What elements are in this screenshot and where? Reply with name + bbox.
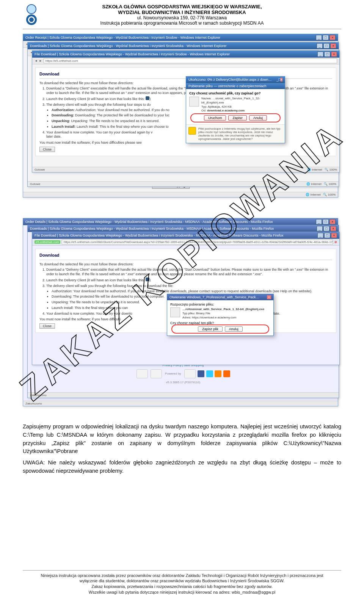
twitter-icon[interactable] <box>206 370 213 377</box>
sggw-logo-icon <box>23 4 40 27</box>
window-controls[interactable]: _□× <box>317 43 336 49</box>
dialog-progress-title: Ukończono: 0% z DeliveryClient|Builder.a… <box>186 77 285 83</box>
step-2: Launch the Delivery Client (it will have… <box>46 278 145 282</box>
title-bar: Downloads | Szkola Glowna Gospodarstwa W… <box>28 225 339 232</box>
step-4: Your download is now complete. You can t… <box>46 312 132 315</box>
header-line3: ul. Nowoursynowska 159, 02-776 Warszawa <box>23 15 341 20</box>
window-title: Downloads | Szkola Glowna Gospodarstwa W… <box>30 227 274 230</box>
title-bar: File Download | Szkola Glowna Gospodarst… <box>32 51 339 58</box>
step-3: The delivery client will walk you throug… <box>46 103 151 107</box>
svg-point-3 <box>29 17 34 22</box>
intro-text: To download the selected file you must f… <box>39 262 332 266</box>
step-2: Launch the Delivery Client (it will have… <box>46 97 145 101</box>
save-button[interactable]: Zapisz <box>228 115 247 121</box>
dialog-warning: Pliki pochodzące z Internetu mogą być uż… <box>186 124 285 143</box>
dialog-label: Rozpoczęto pobieranie pliku: <box>170 303 270 306</box>
status-bar: Gotowe 🌐 Internet 🔍 100% <box>28 181 339 187</box>
window-controls[interactable]: _□× <box>317 226 336 231</box>
title-bar: Downloads | Szkola Glowna Gospodarstwa W… <box>28 42 339 49</box>
status-bar: Gotowe 🌐 Internet 🔍 100% <box>32 167 339 172</box>
window-controls[interactable]: _□× <box>317 52 337 57</box>
e-academy-badge-icon <box>184 369 196 378</box>
ff-save-dialog: Otwieranie Windows_7_Professional_with_S… <box>167 294 274 336</box>
url-field[interactable]: https://e5.onthehub.com <box>44 58 337 63</box>
close-icon: × <box>281 78 282 82</box>
close-button[interactable]: Close <box>39 147 55 152</box>
doc-footer: Niniejsza instrukcja opracowana została … <box>23 570 341 595</box>
header-line2: WYDZIAŁ BUDOWNICTWA I INŻYNIERII ŚRODOWI… <box>23 9 341 15</box>
dialog-title: Otwieranie Windows_7_Professional_with_S… <box>167 294 273 300</box>
stop-icon[interactable]: ⊘ <box>334 240 337 244</box>
address-bar[interactable]: ◄► https://e5.onthehub.com <box>32 58 339 64</box>
window-controls[interactable]: _□× <box>317 233 337 238</box>
footer-line1: Niniejsza instrukcja opracowana została … <box>23 573 341 578</box>
window-title: File Download | Szkola Glowna Gospodarst… <box>35 52 230 56</box>
status-bar: Zakończono <box>23 401 338 406</box>
body-paragraphs: Zapisujemy program w odpowiedniej lokali… <box>23 423 341 475</box>
window-controls[interactable]: _□× <box>316 219 336 224</box>
maximize-icon: □ <box>323 35 329 40</box>
download-heading: Download <box>39 72 332 76</box>
file-icon <box>189 97 199 107</box>
svg-point-0 <box>27 5 36 14</box>
dialog-question: Czy chcesz uruchomić plik, czy zapisać g… <box>189 91 282 95</box>
footer-logos: Powered by <box>28 369 339 378</box>
paragraph-1: Zapisujemy program w odpowiedniej lokali… <box>23 423 341 456</box>
facebook-icon[interactable] <box>198 370 204 377</box>
doc-header: SZKOŁA GŁÓWNA GOSPODARSTWA WIEJSKIEGO W … <box>23 4 341 29</box>
download-heading: Download <box>39 253 332 257</box>
site-identity-icon[interactable]: e5.onthehub.com <box>35 240 60 244</box>
version-text: v5.3.3065.17 (P2079110) <box>28 381 339 384</box>
shield-warning-icon <box>188 127 196 135</box>
run-button[interactable]: Uruchom <box>204 115 226 121</box>
file-icon <box>170 307 180 317</box>
footer-line3: Zakaz kopiowania, przetwarzania i rozpow… <box>23 584 341 589</box>
footer-line4: Wszelkie uwagi lub pytania dotyczące nin… <box>23 589 341 595</box>
window-title: Order Details | Szkola Glowna Gospodarst… <box>25 220 273 224</box>
close-button[interactable]: Close <box>39 323 55 329</box>
dialog-title: Pobieranie pliku — ostrzeżenie o zabezpi… <box>186 83 285 89</box>
status-bar: Zakończono <box>28 392 339 398</box>
cancel-button[interactable]: Anuluj <box>249 115 267 121</box>
screenshot-firefox-stack: Order Details | Szkola Glowna Gospodarst… <box>23 218 341 411</box>
step-1: Download a "Delivery Client" executable … <box>46 268 332 276</box>
status-bar: 🌐 Internet 🔍 100% <box>23 192 338 197</box>
save-file-button[interactable]: Zapisz plik <box>198 326 223 332</box>
header-line4: Instrukcja pobierania oprogramowania Mic… <box>23 20 341 26</box>
url-field[interactable]: https://e5.onthehub.com/WebStore/Common/… <box>62 240 333 245</box>
window-title: File Download | Szkola Glowna Gospodarst… <box>35 234 284 237</box>
title-bar: Order Details | Szkola Glowna Gospodarst… <box>23 218 338 225</box>
maximize-icon: □ <box>278 78 280 82</box>
onthehub-badge-icon <box>151 369 162 378</box>
step-3: The delivery client will walk you throug… <box>46 284 173 288</box>
address-bar[interactable]: e5.onthehub.com https://e5.onthehub.com/… <box>32 239 339 246</box>
footer-line2: wyłącznie dla studentów, doktorantów ora… <box>23 578 341 584</box>
step-4: Your download is now complete. You can t… <box>46 130 152 134</box>
ie-download-dialog: Ukończono: 0% z DeliveryClient|Builder.a… <box>186 76 285 143</box>
close-icon[interactable]: × <box>267 295 271 299</box>
window-title: Downloads | Szkola Glowna Gospodarstwa W… <box>30 44 226 48</box>
blogger-icon[interactable] <box>223 370 230 377</box>
window-controls[interactable]: _□× <box>316 35 336 40</box>
dialog-question: Czy chcesz zapisać ten plik? <box>170 321 270 325</box>
delivery-client-icon <box>146 96 149 100</box>
dialog-button-row: Uruchom Zapisz Anuluj <box>191 114 279 121</box>
close-icon: × <box>329 35 336 40</box>
cancel-button[interactable]: Anuluj <box>225 326 243 332</box>
rss-icon[interactable] <box>215 370 221 377</box>
screenshot-ie-stack: Order Receipt | Szkola Glowna Gospodarst… <box>23 34 341 212</box>
delivery-client-icon <box>146 277 149 281</box>
title-bar: Order Receipt | Szkola Glowna Gospodarst… <box>23 34 338 41</box>
paragraph-2: UWAGA: Nie należy wskazywać folderów głę… <box>23 459 341 475</box>
minimize-icon: _ <box>316 35 322 40</box>
title-bar: File Download | Szkola Glowna Gospodarst… <box>32 232 339 239</box>
window-title: Order Receipt | Szkola Glowna Gospodarst… <box>25 36 220 39</box>
dialog-button-row: Zapisz plik Anuluj <box>173 326 268 332</box>
verisign-badge-icon <box>136 369 148 378</box>
header-line1: SZKOŁA GŁÓWNA GOSPODARSTWA WIEJSKIEGO W … <box>23 4 341 9</box>
